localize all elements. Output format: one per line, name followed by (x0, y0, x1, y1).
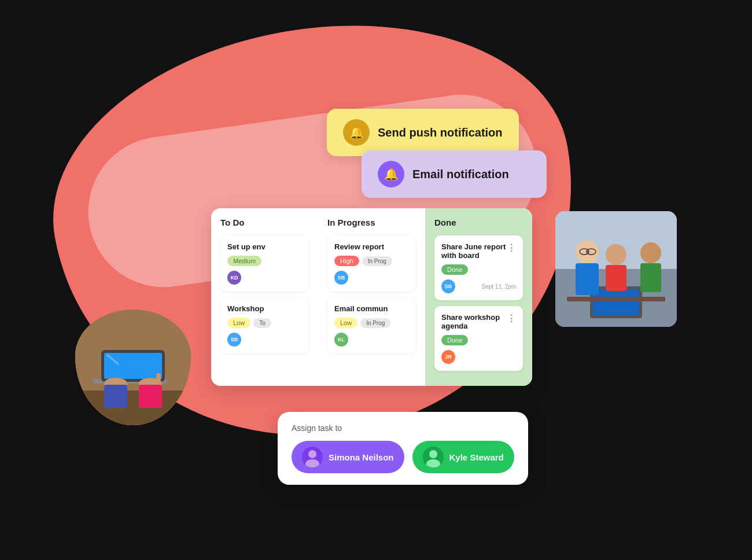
avatar-kd: KD (227, 271, 241, 285)
svg-rect-10 (139, 385, 162, 408)
task-agenda-footer: JR (441, 350, 516, 364)
kanban-col-inprogress: In Progress Review report High In Prog S… (318, 208, 425, 386)
task-review-title: Review report (334, 242, 409, 251)
push-notification-card: 🔔 Send push notification (327, 109, 519, 156)
svg-rect-16 (576, 263, 599, 295)
task-card-email-commun[interactable]: Email commun Low In Prog KL (327, 297, 416, 353)
task-card-review[interactable]: Review report High In Prog SB (327, 235, 416, 292)
push-notification-label: Send push notification (378, 126, 503, 139)
simona-avatar (302, 447, 323, 467)
col-done-header: Done (434, 218, 523, 227)
avatar-sb-ip: SB (334, 271, 348, 285)
svg-rect-18 (606, 265, 626, 291)
col-inprogress-header: In Progress (327, 218, 416, 227)
svg-rect-1 (75, 390, 191, 425)
task-june-date: Sept 11, 2pm (482, 283, 516, 290)
avatar-sb-todo: SB (227, 333, 241, 347)
col-todo-header: To Do (220, 218, 309, 227)
badge-inprog-2: In Prog (360, 318, 390, 328)
task-card-june-report[interactable]: Share June report with board ⋮ Done SB S… (434, 235, 523, 300)
assign-simona-button[interactable]: Simona Neilson (292, 441, 404, 473)
badge-done-2: Done (441, 335, 468, 345)
svg-rect-9 (104, 385, 127, 408)
svg-rect-20 (640, 263, 661, 292)
email-notification-icon: 🔔 (378, 161, 404, 187)
svg-rect-21 (567, 297, 665, 301)
assign-users: Simona Neilson Kyle Steward (292, 441, 514, 473)
task-june-badges: Done (441, 264, 516, 275)
svg-point-17 (606, 244, 626, 265)
task-agenda-menu-icon[interactable]: ⋮ (507, 313, 516, 324)
photo-left (75, 310, 191, 425)
task-workshop-badges: Low To (227, 318, 302, 328)
task-card-workshop[interactable]: Workshop Low To SB (220, 297, 309, 353)
svg-point-29 (429, 450, 437, 458)
email-notification-label: Email notification (412, 168, 509, 181)
task-setup-title: Set up env (227, 242, 302, 251)
simona-name: Simona Neilson (329, 452, 394, 462)
task-card-workshop-agenda[interactable]: Share workshop agenda ⋮ Done JR (434, 306, 523, 371)
photo-right (555, 211, 677, 327)
badge-high: High (334, 256, 359, 266)
scene: 🔔 Send push notification 🔔 Email notific… (0, 0, 752, 560)
avatar-jr: JR (441, 350, 455, 364)
assign-title: Assign task to (292, 423, 514, 433)
task-email-badges: Low In Prog (334, 318, 409, 328)
task-review-badges: High In Prog (334, 256, 409, 266)
badge-medium: Medium (227, 256, 261, 266)
kyle-name: Kyle Steward (449, 452, 504, 462)
task-june-footer: SB Sept 11, 2pm (441, 279, 516, 293)
svg-rect-14 (593, 289, 639, 315)
svg-point-19 (640, 242, 661, 263)
task-email-title: Email commun (334, 304, 409, 313)
task-card-setup[interactable]: Set up env Medium KD (220, 235, 309, 292)
badge-inprog-1: In Prog (362, 256, 392, 266)
task-workshop-title: Workshop (227, 304, 302, 313)
task-agenda-badges: Done (441, 335, 516, 345)
badge-low-2: Low (334, 318, 357, 328)
task-june-title: Share June report with board (441, 242, 507, 260)
kyle-avatar (423, 447, 444, 467)
badge-done-1: Done (441, 264, 468, 275)
kanban-board: To Do Set up env Medium KD W (211, 208, 532, 386)
badge-to: To (253, 318, 271, 328)
kanban-col-done: Done Share June report with board ⋮ Done… (425, 208, 532, 386)
kanban-columns: To Do Set up env Medium KD W (211, 208, 532, 386)
assign-task-panel: Assign task to Simona Neilson (278, 412, 528, 485)
push-notification-icon: 🔔 (343, 119, 370, 146)
svg-point-26 (308, 450, 316, 458)
assign-kyle-button[interactable]: Kyle Steward (412, 441, 514, 473)
avatar-sb-done: SB (441, 279, 455, 293)
task-setup-badges: Medium (227, 256, 302, 266)
task-june-menu-icon[interactable]: ⋮ (507, 242, 516, 253)
kanban-col-todo: To Do Set up env Medium KD W (211, 208, 318, 386)
svg-rect-4 (104, 353, 162, 379)
email-notification-card: 🔔 Email notification (362, 150, 547, 198)
badge-low: Low (227, 318, 250, 328)
avatar-kl: KL (334, 333, 348, 347)
task-agenda-title: Share workshop agenda (441, 313, 507, 330)
